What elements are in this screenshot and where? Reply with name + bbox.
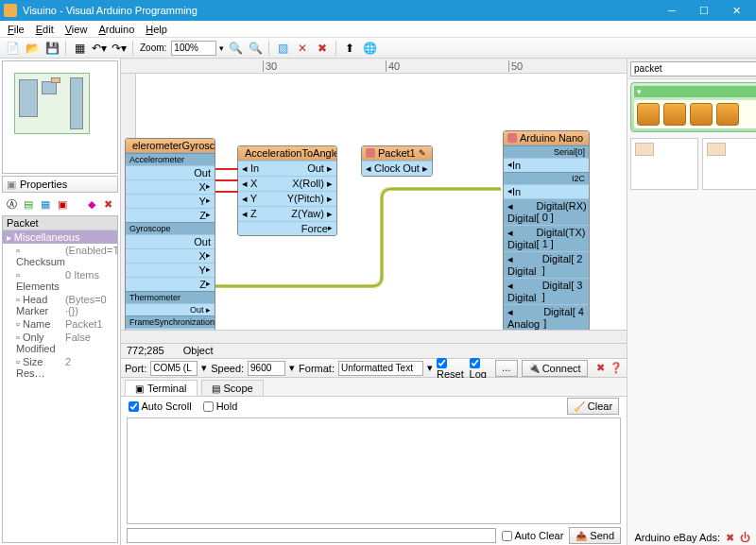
reset-check[interactable]: Reset	[437, 356, 466, 380]
ads-label: Arduino eBay Ads:	[634, 532, 720, 543]
menu-arduino[interactable]: Arduino	[93, 23, 140, 36]
serial-help-icon[interactable]: ❓	[610, 361, 623, 376]
prop-opt2-icon[interactable]: ✖	[101, 196, 116, 212]
window-title: Visuino - Visual Arduino Programming	[23, 5, 656, 16]
menu-file[interactable]: File	[2, 23, 30, 36]
connect-button[interactable]: 🔌 Connect	[522, 360, 588, 377]
prop-row[interactable]: ▫ Size Res…2	[3, 355, 117, 380]
serial-tabs: ▣ Terminal ▤ Scope	[121, 378, 627, 397]
port-combo[interactable]	[150, 361, 198, 376]
node-packet[interactable]: Packet1 ✎ ◂ ClockOut ▸	[361, 145, 433, 177]
speed-combo[interactable]	[248, 361, 285, 376]
main-area: ▣ Properties Ⓐ ▤ ▦ ▣ ◆ ✖ Packet ▸ Miscel…	[0, 59, 756, 545]
terminal-output[interactable]	[127, 417, 621, 524]
menu-help[interactable]: Help	[140, 23, 173, 36]
upload-button[interactable]: ⬆	[341, 40, 358, 57]
prop-row[interactable]: ▫ Only ModifiedFalse	[3, 331, 117, 355]
status-coords: 772;285	[127, 345, 164, 357]
tool-2[interactable]: ✕	[294, 40, 311, 57]
prop-row[interactable]: ▫ Head Marker(Bytes=0 ·{})	[3, 293, 117, 317]
clear-button[interactable]: 🧹 Clear	[567, 398, 619, 415]
node-accel-to-angle[interactable]: AccelerationToAngle1 ◂ InOut ▸ ◂ XX(Roll…	[237, 145, 337, 236]
ruler-horizontal: 30 40 50	[121, 59, 627, 74]
prop-row[interactable]: ▫ NamePacket1	[3, 317, 117, 331]
undo-button[interactable]: ↶▾	[91, 40, 108, 57]
palette-item-3[interactable]	[690, 103, 713, 126]
center-panel: 30 40 50 elerometerGyroscope1 Accelerome…	[121, 59, 627, 545]
prop-object-name: Packet	[3, 216, 117, 230]
packet-icon	[366, 148, 375, 158]
menu-view[interactable]: View	[60, 23, 94, 36]
palette-item-2[interactable]	[663, 103, 686, 126]
prop-row[interactable]: ▫ Checksum(Enabled=True)	[3, 244, 117, 268]
serial-close-icon[interactable]: ✖	[595, 361, 606, 376]
send-input[interactable]	[127, 528, 496, 543]
speed-label: Speed:	[211, 363, 244, 374]
tool-1[interactable]: ▧	[274, 40, 291, 57]
design-canvas[interactable]: elerometerGyroscope1 Accelerometer Out X…	[136, 74, 627, 330]
prop-category[interactable]: ▸ Miscellaneous	[3, 230, 117, 244]
status-object: Object	[183, 345, 214, 357]
log-check[interactable]: Log	[470, 356, 491, 380]
palette-group: ▾	[630, 82, 756, 132]
format-label: Format:	[299, 363, 335, 374]
right-panel: ✖ 👤 📦 📦 📦 ▾	[627, 59, 756, 545]
overview-pane[interactable]	[2, 60, 118, 174]
prop-row[interactable]: ▫ Elements0 Items	[3, 268, 117, 293]
palette-item-1[interactable]	[637, 103, 660, 126]
open-button[interactable]: 📂	[24, 40, 41, 57]
left-panel: ▣ Properties Ⓐ ▤ ▦ ▣ ◆ ✖ Packet ▸ Miscel…	[0, 59, 121, 545]
zoom-label: Zoom:	[140, 43, 166, 53]
properties-header: ▣ Properties	[2, 176, 118, 193]
close-button[interactable]: ✕	[720, 0, 752, 21]
maximize-button[interactable]: ☐	[688, 0, 720, 21]
main-toolbar: 📄 📂 💾 ▦ ↶▾ ↷▾ Zoom: ▾ 🔍 🔍 ▧ ✕ ✖ ⬆ 🌐	[0, 38, 756, 59]
port-label: Port:	[125, 363, 146, 374]
palette-header[interactable]: ▾	[634, 86, 756, 97]
hold-check[interactable]: Hold	[203, 400, 238, 413]
tab-terminal[interactable]: ▣ Terminal	[125, 380, 198, 396]
zoom-in-icon[interactable]: 🔍	[227, 40, 244, 57]
menu-bar: File Edit View Arduino Help	[0, 21, 756, 38]
autoscroll-check[interactable]: Auto Scroll	[129, 400, 192, 413]
zoom-out-icon[interactable]: 🔍	[247, 40, 264, 57]
save-button[interactable]: 💾	[43, 40, 60, 57]
tab-scope[interactable]: ▤ Scope	[201, 380, 264, 396]
format-combo[interactable]	[338, 361, 423, 376]
recent-2[interactable]	[702, 138, 756, 190]
send-button[interactable]: 📤 Send	[569, 527, 621, 544]
new-button[interactable]: 📄	[4, 40, 21, 57]
node-arduino-nano[interactable]: Arduino Nano Serial[0] ◂ In I2C ◂ In ◂ D…	[503, 130, 590, 330]
minimize-button[interactable]: ─	[656, 0, 688, 21]
prop-collapse-icon[interactable]: ▣	[55, 196, 70, 212]
redo-button[interactable]: ↷▾	[111, 40, 128, 57]
serial-panel: Port: ▾ Speed: ▾ Format: ▾ Reset Log … 🔌…	[121, 358, 627, 545]
search-input[interactable]	[630, 61, 756, 77]
palette-item-4[interactable]	[716, 103, 739, 126]
footer-close-icon[interactable]: ✖	[726, 532, 734, 544]
board-icon	[507, 133, 517, 143]
prop-sort-icon[interactable]: Ⓐ	[4, 196, 19, 212]
app-icon	[4, 4, 17, 17]
footer-power-icon[interactable]: ⏻	[740, 532, 750, 543]
log-browse-button[interactable]: …	[495, 360, 518, 377]
properties-toolbar: Ⓐ ▤ ▦ ▣ ◆ ✖	[2, 195, 118, 213]
tool-3[interactable]: ✖	[314, 40, 331, 57]
node-accel-gyro[interactable]: elerometerGyroscope1 Accelerometer Out X…	[125, 138, 215, 330]
zoom-combo[interactable]	[171, 41, 216, 56]
grid-button[interactable]: ▦	[71, 40, 88, 57]
canvas-scrollbar[interactable]	[121, 330, 627, 343]
footer-bar: Arduino eBay Ads: ✖ ⏻	[634, 530, 750, 545]
properties-tree[interactable]: Packet ▸ Miscellaneous ▫ Checksum(Enable…	[2, 215, 118, 543]
title-bar: Visuino - Visual Arduino Programming ─ ☐…	[0, 0, 756, 21]
prop-cat-icon[interactable]: ▤	[21, 196, 36, 212]
prop-opt1-icon[interactable]: ◆	[84, 196, 99, 212]
autoclear-check[interactable]: Auto Clear	[502, 530, 563, 542]
canvas-statusbar: 772;285 Object	[121, 343, 627, 358]
prop-expand-icon[interactable]: ▦	[38, 196, 53, 212]
recent-1[interactable]	[630, 138, 698, 190]
recent-palette	[630, 138, 756, 190]
board-button[interactable]: 🌐	[361, 40, 378, 57]
menu-edit[interactable]: Edit	[30, 23, 60, 36]
